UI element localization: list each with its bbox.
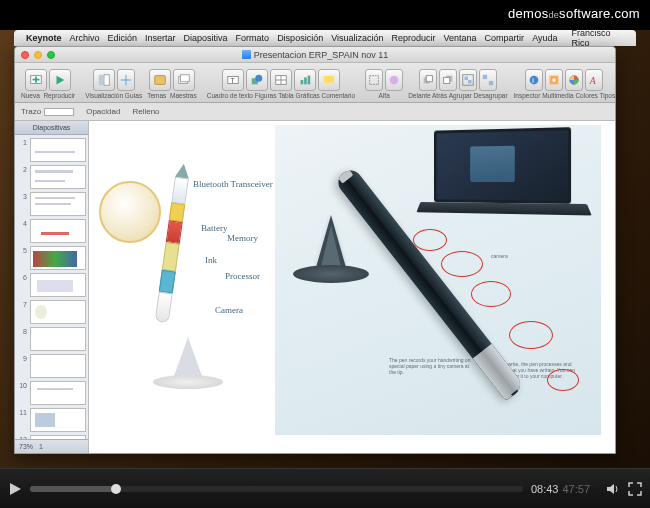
svg-marker-3 [57,75,65,84]
menubar-user[interactable]: Francisco Rico [571,28,630,48]
slide-thumbnails[interactable]: 1 2 3 4 5 6 7 8 9 10 11 12 13 14 [15,135,88,439]
slide-thumb[interactable]: 5 [17,246,86,270]
tb-label-nueva: Nueva [21,92,40,99]
tb-label-figuras: Figuras [255,92,277,99]
close-icon[interactable] [21,51,29,59]
menu-visualizacion[interactable]: Visualización [331,33,383,43]
table-button[interactable] [270,69,292,91]
shapes-button[interactable] [246,69,268,91]
menu-disposicion[interactable]: Disposición [277,33,323,43]
fullscreen-icon[interactable] [628,482,642,496]
tb-label-multimedia: Multimedia [542,92,573,99]
themes-button[interactable] [149,69,171,91]
svg-rect-18 [301,80,304,84]
stroke-control[interactable]: Trazo [21,107,74,116]
traffic-lights [21,51,55,59]
menu-edicion[interactable]: Edición [108,33,138,43]
group-button[interactable] [459,69,477,91]
alpha-button[interactable] [385,69,403,91]
tb-label-atras: Atrás [432,92,447,99]
slide-thumb[interactable]: 3 [17,192,86,216]
svg-marker-22 [326,82,329,85]
svg-rect-8 [155,75,166,84]
svg-point-14 [255,74,262,81]
svg-point-34 [530,75,539,84]
slide-thumb[interactable]: 1 [17,138,86,162]
inspector-button[interactable]: i [525,69,543,91]
slide-thumb[interactable]: 7 [17,300,86,324]
minimize-icon[interactable] [34,51,42,59]
front-button[interactable] [419,69,437,91]
tb-label-desagrupar: Desagrupar [474,92,508,99]
progress-track[interactable] [30,486,523,492]
textbox-button[interactable]: T [222,69,244,91]
svg-rect-23 [370,75,379,84]
slide-left-diagram: Bluetooth Transceiver Battery Memory Ink… [95,125,275,435]
slide-navigator: Diapositivas 1 2 3 4 5 6 7 8 9 10 11 12 … [15,121,89,453]
menu-ayuda[interactable]: Ayuda [532,33,557,43]
svg-rect-28 [443,77,449,83]
masters-button[interactable] [173,69,195,91]
menu-diapositiva[interactable]: Diapositiva [184,33,228,43]
current-slide[interactable]: Bluetooth Transceiver Battery Memory Ink… [95,125,601,435]
tb-label-inspector: Inspector [514,92,541,99]
comment-button[interactable] [318,69,340,91]
play-slideshow-button[interactable] [49,69,71,91]
format-bar: Trazo Opacidad Relleno [15,103,615,121]
slide-thumb[interactable]: 10 [17,381,86,405]
tb-label-agrupar: Agrupar [449,92,472,99]
media-button[interactable] [545,69,563,91]
fonts-button[interactable]: A [585,69,603,91]
navigator-header: Diapositivas [15,121,88,135]
svg-rect-19 [304,77,307,84]
opacity-control[interactable]: Opacidad [86,107,120,116]
guides-button[interactable] [117,69,135,91]
svg-rect-31 [468,80,472,84]
slide-thumb[interactable]: 9 [17,354,86,378]
ungroup-button[interactable] [479,69,497,91]
volume-icon[interactable] [606,482,620,496]
app-menu[interactable]: Keynote [26,33,62,43]
slide-thumb[interactable]: 4 [17,219,86,243]
colors-button[interactable] [565,69,583,91]
keynote-window: Presentacion ERP_SPAIN nov 11 Nueva Repr… [14,46,616,454]
window-titlebar[interactable]: Presentacion ERP_SPAIN nov 11 [15,47,615,63]
slide-thumb[interactable]: 2 [17,165,86,189]
svg-marker-40 [10,483,21,495]
slide-thumb[interactable]: 11 [17,408,86,432]
slide-thumb[interactable]: 6 [17,273,86,297]
back-button[interactable] [439,69,457,91]
tb-label-colores: Colores [575,92,597,99]
charts-button[interactable] [294,69,316,91]
svg-rect-10 [180,74,189,81]
svg-point-37 [553,78,557,82]
menu-archivo[interactable]: Archivo [70,33,100,43]
new-slide-button[interactable] [25,69,47,91]
slide-canvas[interactable]: Bluetooth Transceiver Battery Memory Ink… [89,121,615,453]
watermark-post: software.com [559,6,640,21]
zoom-level[interactable]: 73% [19,443,33,450]
menu-ventana[interactable]: Ventana [444,33,477,43]
svg-rect-33 [489,80,493,84]
play-button[interactable] [8,482,22,496]
menu-compartir[interactable]: Compartir [485,33,525,43]
menu-formato[interactable]: Formato [236,33,270,43]
svg-rect-5 [104,74,109,85]
svg-rect-30 [464,76,468,80]
slide-thumb[interactable]: 8 [17,327,86,351]
view-button[interactable] [93,69,115,91]
mask-button[interactable] [365,69,383,91]
svg-rect-26 [426,75,432,81]
progress-fill [30,486,116,492]
menu-reproducir[interactable]: Reproducir [392,33,436,43]
svg-rect-4 [98,74,102,85]
zoom-icon[interactable] [47,51,55,59]
svg-text:T: T [230,76,235,83]
fill-control[interactable]: Relleno [132,107,159,116]
callout-ring [509,321,553,349]
laptop-graphic [420,127,587,232]
document-title: Presentacion ERP_SPAIN nov 11 [15,50,615,60]
menu-insertar[interactable]: Insertar [145,33,176,43]
progress-knob[interactable] [111,484,121,494]
document-icon [242,50,251,59]
